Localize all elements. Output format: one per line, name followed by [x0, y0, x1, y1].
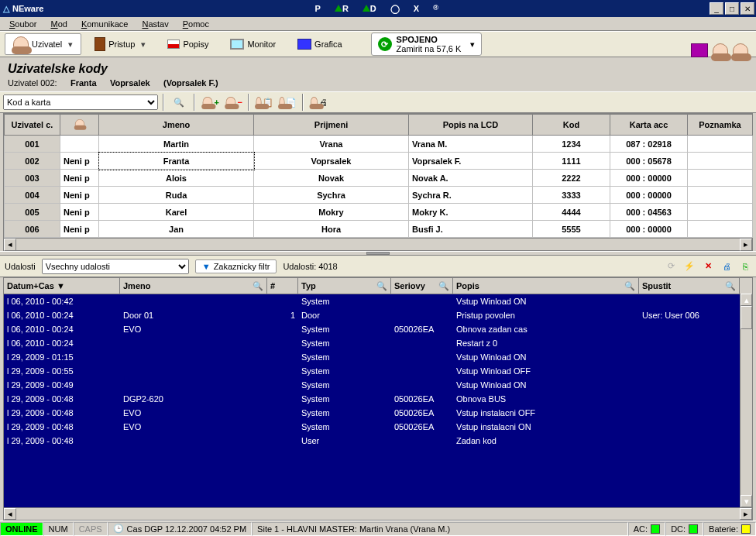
event-row[interactable]: l 06, 2010 - 00:24EVOSystem050026EAObnov…	[4, 322, 752, 336]
ecol-trigger[interactable]: Spustit🔍	[639, 278, 740, 294]
status-ac: AC:	[628, 522, 665, 536]
ecol-name[interactable]: Jmeno🔍	[120, 278, 267, 294]
status-caps: CAPS	[74, 522, 108, 536]
user-toolbar: Kod a karta 🔍 + − 📋 📄 🖨	[0, 91, 756, 113]
main-toolbar: Uzivatel Pristup Popisy Monitor Grafica …	[0, 31, 756, 57]
event-row[interactable]: l 29, 2009 - 00:48DGP2-620System050026EA…	[4, 392, 752, 406]
filter-select[interactable]: Kod a karta	[3, 94, 158, 110]
ecol-desc[interactable]: Popis🔍	[453, 278, 639, 294]
event-row[interactable]: l 29, 2009 - 01:15SystemVstup Winload ON	[4, 350, 752, 364]
disk-icon[interactable]	[691, 43, 708, 57]
minimize-button[interactable]: _	[710, 2, 723, 15]
menu-nastav[interactable]: Nastav	[136, 19, 174, 29]
app-title: NEware	[12, 4, 43, 13]
tab-access[interactable]: Pristup	[86, 34, 154, 54]
search-button[interactable]: 🔍	[169, 94, 189, 111]
users-grid: Uzivatel c. Jmeno Prijmeni Popis na LCD …	[3, 113, 753, 251]
tab-monitor[interactable]: Monitor	[222, 36, 284, 53]
users-icon-2[interactable]	[733, 43, 748, 59]
current-user-first: Franta	[70, 78, 97, 88]
app-icon: △	[3, 4, 9, 14]
export-icon[interactable]: ⎘	[739, 260, 751, 273]
add-user-button[interactable]: +	[200, 94, 220, 111]
menu-mod[interactable]: Mod	[44, 19, 73, 29]
col-lcd[interactable]: Popis na LCD	[409, 115, 533, 136]
tab-grafica[interactable]: Grafica	[289, 36, 350, 53]
event-row[interactable]: l 29, 2009 - 00:49SystemVstup Winload ON	[4, 378, 752, 392]
table-row[interactable]: 001MartinVranaVrana M.1234087 : 02918	[5, 136, 753, 153]
status-online: ONLINE	[0, 522, 43, 536]
col-code[interactable]: Kod	[533, 115, 610, 136]
events-toolbar: Udalosti Vsechny udalosti ▼Zakaznicky fi…	[0, 256, 756, 277]
flag-icon	[167, 40, 180, 49]
events-filter-select[interactable]: Vsechny udalosti	[42, 259, 189, 274]
events-vscroll[interactable]: ▴▾	[740, 294, 752, 507]
events-hscroll[interactable]: ◂ ▸	[3, 508, 753, 521]
col-name[interactable]: Jmeno	[99, 115, 254, 136]
monitor-icon	[230, 39, 244, 50]
refresh-icon[interactable]: ⟳	[665, 260, 677, 273]
grid-hscroll[interactable]: ◂▸	[4, 238, 752, 250]
table-row[interactable]: 003Neni pAloisNovakNovak A.2222000 : 000…	[5, 170, 753, 187]
tab-labels[interactable]: Popisy	[159, 36, 217, 52]
user-icon	[13, 36, 29, 52]
col-surname[interactable]: Prijmeni	[254, 115, 409, 136]
ac-led-icon	[651, 524, 660, 534]
ecol-date[interactable]: Datum+Cas ▼	[4, 278, 120, 294]
users-icon-1[interactable]	[713, 43, 728, 59]
status-dc: DC:	[665, 522, 703, 536]
print-icon[interactable]: 🖨	[720, 260, 733, 273]
table-row[interactable]: 002Neni pFrantaVoprsalekVoprsalek F.1111…	[5, 153, 753, 170]
ecol-serial[interactable]: Seriovy🔍	[391, 278, 453, 294]
event-row[interactable]: l 29, 2009 - 00:48UserZadan kod	[4, 434, 752, 448]
delete-icon[interactable]: ✕	[702, 260, 714, 273]
ecol-hash[interactable]: #	[267, 278, 298, 294]
status-bat: Baterie:	[703, 522, 756, 536]
connection-status[interactable]: ⟳ SPOJENOZamirit na 57,6 K ▾	[371, 33, 483, 56]
copy-user-button[interactable]: 📋	[254, 94, 274, 111]
dc-led-icon	[689, 524, 698, 534]
grafica-icon	[297, 39, 311, 50]
col-card[interactable]: Karta acc	[610, 115, 688, 136]
col-person-icon[interactable]	[60, 115, 99, 136]
ecol-type[interactable]: Typ🔍	[298, 278, 391, 294]
event-row[interactable]: l 06, 2010 - 00:24SystemRestart z 0	[4, 336, 752, 350]
col-num[interactable]: Uzivatel c.	[5, 115, 60, 136]
table-row[interactable]: 004Neni pRudaSychraSychra R.3333000 : 00…	[5, 187, 753, 204]
current-user-last: Voprsalek	[110, 78, 150, 88]
connect-icon: ⟳	[378, 37, 392, 51]
events-grid: Datum+Cas ▼ Jmeno🔍 # Typ🔍 Seriovy🔍 Popis…	[3, 277, 753, 508]
status-site: Site 1 - HLAVNI MASTER: Martin Vrana (Vr…	[252, 522, 628, 536]
events-count: Udalosti: 4018	[283, 262, 337, 271]
maximize-button[interactable]: □	[725, 2, 739, 15]
table-row[interactable]: 005Neni pKarelMokryMokry K.4444000 : 045…	[5, 204, 753, 221]
paste-user-button[interactable]: 📄	[277, 94, 297, 111]
page-title: Uzivatelske kody	[8, 62, 748, 76]
event-row[interactable]: l 06, 2010 - 00:24Door 011DoorPristup po…	[4, 308, 752, 322]
funnel-icon: ▼	[202, 262, 211, 271]
remove-user-button[interactable]: −	[223, 94, 243, 111]
clock-icon: 🕒	[113, 524, 124, 534]
door-icon	[94, 37, 105, 51]
tab-user[interactable]: Uzivatel	[5, 33, 81, 55]
event-row[interactable]: l 06, 2010 - 00:42SystemVstup Winload ON	[4, 294, 752, 308]
events-label: Udalosti	[5, 262, 36, 271]
col-note[interactable]: Poznamka	[688, 115, 753, 136]
table-row[interactable]: 006Neni pJanHoraBusfi J.5555000 : 00000	[5, 221, 753, 238]
print-user-button[interactable]: 🖨	[308, 94, 328, 111]
event-row[interactable]: l 29, 2009 - 00:48EVOSystem050026EAVstup…	[4, 406, 752, 420]
brand: PRD◯X®	[43, 4, 710, 14]
menu-komunikace[interactable]: Komunikace	[75, 19, 135, 29]
status-num: NUM	[43, 522, 74, 536]
page-header: Uzivatelske kody Uzivatel 002: Franta Vo…	[0, 57, 756, 91]
title-bar: △ NEware PRD◯X® _ □ ✕	[0, 0, 756, 17]
event-row[interactable]: l 29, 2009 - 00:55SystemVstup Winload OF…	[4, 364, 752, 378]
menu-pomoc[interactable]: Pomoc	[177, 19, 215, 29]
close-button[interactable]: ✕	[741, 2, 754, 15]
custom-filter-button[interactable]: ▼Zakaznicky filtr	[195, 259, 277, 273]
menu-soubor[interactable]: Soubor	[3, 19, 43, 29]
event-row[interactable]: l 29, 2009 - 00:48EVOSystem050026EAVstup…	[4, 420, 752, 434]
current-user-lcd: (Voprsalek F.)	[163, 78, 218, 88]
bat-led-icon	[741, 524, 751, 534]
bolt-icon[interactable]: ⚡	[683, 260, 696, 273]
